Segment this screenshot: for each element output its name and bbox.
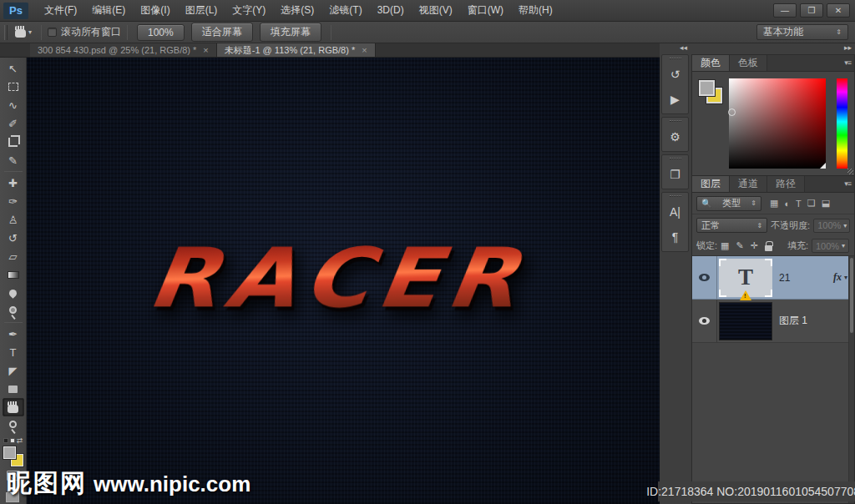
layer-name[interactable]: 图层 1 [779, 314, 807, 328]
zoom-tool[interactable] [3, 416, 24, 435]
warning-icon [740, 290, 751, 300]
actions-panel-button[interactable]: ▶ [662, 87, 688, 112]
menu-type[interactable]: 文字(Y) [225, 0, 273, 21]
layer-visibility-toggle[interactable] [692, 256, 717, 299]
tab-layers[interactable]: 图层 [692, 176, 730, 192]
current-tool-indicator[interactable]: ▾ [12, 27, 35, 38]
type-tool[interactable]: T [3, 343, 24, 361]
maximize-button[interactable]: ❐ [800, 3, 823, 18]
collapse-panels-icon[interactable]: ▸▸ [844, 43, 852, 52]
menu-filter[interactable]: 滤镜(T) [321, 0, 369, 21]
layers-panel-tabs: 图层 通道 路径 ▾≡ [692, 176, 854, 193]
workspace-label: 基本功能 [763, 25, 803, 39]
notes-panel-button[interactable]: ❐ [662, 162, 688, 187]
fit-screen-button[interactable]: 适合屏幕 [191, 23, 253, 42]
fill-field[interactable]: 100% ▾ [812, 239, 849, 253]
layer-row-text-21[interactable]: T 21 fx ▾ [692, 256, 854, 300]
crop-tool[interactable] [3, 133, 24, 151]
character-panel-button[interactable]: A| [662, 199, 688, 224]
canvas-area[interactable]: RACER [27, 58, 660, 504]
workspace-switcher[interactable]: 基本功能 ⇕ [756, 24, 848, 40]
menu-layer[interactable]: 图层(L) [178, 0, 225, 21]
menu-help[interactable]: 帮助(H) [511, 0, 560, 21]
pen-tool[interactable]: ✒ [3, 325, 24, 343]
clone-stamp-tool[interactable]: ♙ [3, 210, 24, 229]
layer-effects[interactable]: fx ▾ [833, 271, 847, 284]
document-tab-1[interactable]: 300 854 430.psd @ 25% (21, RGB/8) * × [30, 43, 217, 57]
menu-file[interactable]: 文件(F) [37, 0, 84, 21]
brush-tool[interactable]: ✑ [3, 192, 24, 210]
lasso-tool[interactable]: ∿ [3, 96, 24, 114]
dodge-tool[interactable] [3, 302, 24, 320]
menu-3d[interactable]: 3D(D) [370, 0, 412, 21]
panel-menu-icon[interactable]: ▾≡ [844, 58, 851, 67]
gradient-tool[interactable] [3, 265, 24, 284]
type-filter-icon[interactable]: T [796, 199, 802, 209]
panel-dock: ↺ ▶ ⚙ ❐ A| ¶ [661, 54, 689, 255]
eraser-tool[interactable]: ▱ [3, 247, 24, 265]
lock-pixels-icon[interactable]: ✎ [736, 240, 743, 251]
foreground-color-swatch[interactable] [3, 446, 16, 459]
layer-name[interactable]: 21 [779, 272, 790, 284]
eyedropper-tool[interactable]: ✎ [3, 151, 24, 169]
saturation-brightness-field[interactable] [729, 78, 826, 169]
default-swap-colors[interactable]: ⇄ [3, 436, 23, 445]
zoom-100-button[interactable]: 100% [137, 24, 185, 41]
properties-panel-button[interactable]: ⚙ [662, 124, 688, 149]
image-layer-thumbnail[interactable] [719, 302, 772, 340]
shape-filter-icon[interactable]: ❏ [807, 198, 816, 209]
foreground-color-swatch[interactable] [699, 80, 715, 96]
history-brush-tool[interactable]: ↺ [3, 229, 24, 247]
text-layer-thumbnail[interactable]: T [719, 259, 772, 297]
blend-mode-select[interactable]: 正常 ⇕ [696, 218, 767, 233]
layer-list-scrollbar[interactable] [848, 256, 854, 503]
pixel-filter-icon[interactable]: ▦ [770, 198, 778, 209]
marquee-tool[interactable] [3, 78, 24, 96]
blur-tool[interactable] [3, 284, 24, 302]
path-selection-tool[interactable]: ◤ [3, 361, 24, 380]
hand-tool-selected[interactable] [3, 398, 24, 416]
adjustment-filter-icon[interactable]: ◐ [784, 199, 790, 209]
tab-swatches[interactable]: 色板 [730, 55, 767, 71]
menu-select[interactable]: 选择(S) [273, 0, 321, 21]
paragraph-panel-button[interactable]: ¶ [662, 224, 688, 249]
quick-selection-tool[interactable]: ✐ [3, 114, 24, 133]
lock-all-icon[interactable] [765, 245, 772, 251]
fx-icon: fx [833, 271, 842, 284]
close-icon[interactable]: × [362, 45, 367, 55]
tab-color[interactable]: 颜色 [692, 55, 730, 71]
fill-screen-button[interactable]: 填充屏幕 [260, 23, 321, 42]
menu-view[interactable]: 视图(V) [412, 0, 460, 21]
menu-window[interactable]: 窗口(W) [460, 0, 511, 21]
menu-image[interactable]: 图像(I) [133, 0, 177, 21]
move-tool[interactable]: ↖ [3, 59, 24, 78]
minimize-button[interactable]: — [773, 3, 797, 18]
lock-position-icon[interactable]: ✛ [751, 240, 758, 251]
swap-colors-icon[interactable]: ⇄ [17, 436, 23, 445]
menu-bar: Ps 文件(F) 编辑(E) 图像(I) 图层(L) 文字(Y) 选择(S) 滤… [0, 0, 855, 22]
spot-healing-tool[interactable]: ✚ [3, 174, 24, 192]
history-panel-button[interactable]: ↺ [662, 62, 688, 87]
layer-filter-combo[interactable]: 🔍 类型 ⇕ [696, 196, 761, 211]
eraser-icon: ▱ [9, 250, 18, 263]
panel-menu-icon[interactable]: ▾≡ [844, 179, 851, 188]
menu-edit[interactable]: 编辑(E) [84, 0, 133, 21]
smart-object-filter-icon[interactable]: ⬓ [822, 198, 830, 209]
close-button[interactable]: ✕ [827, 3, 850, 18]
opacity-field[interactable]: 100% ▾ [813, 219, 850, 233]
scroll-all-windows-checkbox[interactable] [48, 28, 57, 37]
collapse-dock-icon[interactable]: ◂◂ [680, 43, 687, 52]
gradient-icon [8, 271, 19, 279]
document-tab-2-active[interactable]: 未标题-1 @ 113% (21, RGB/8) * × [217, 43, 376, 57]
color-picker-ring[interactable] [728, 108, 736, 116]
tab-paths[interactable]: 路径 [767, 176, 805, 192]
shape-tool[interactable] [3, 380, 24, 398]
tab-channels[interactable]: 通道 [730, 176, 767, 192]
panel-resize-grip[interactable] [847, 169, 853, 174]
layer-row-layer-1[interactable]: 图层 1 [692, 300, 854, 343]
lock-transparency-icon[interactable]: ▦ [721, 240, 729, 251]
hue-ramp[interactable] [837, 78, 847, 169]
close-icon[interactable]: × [203, 45, 208, 55]
search-icon: 🔍 [701, 199, 711, 208]
layer-visibility-toggle[interactable] [692, 300, 717, 342]
